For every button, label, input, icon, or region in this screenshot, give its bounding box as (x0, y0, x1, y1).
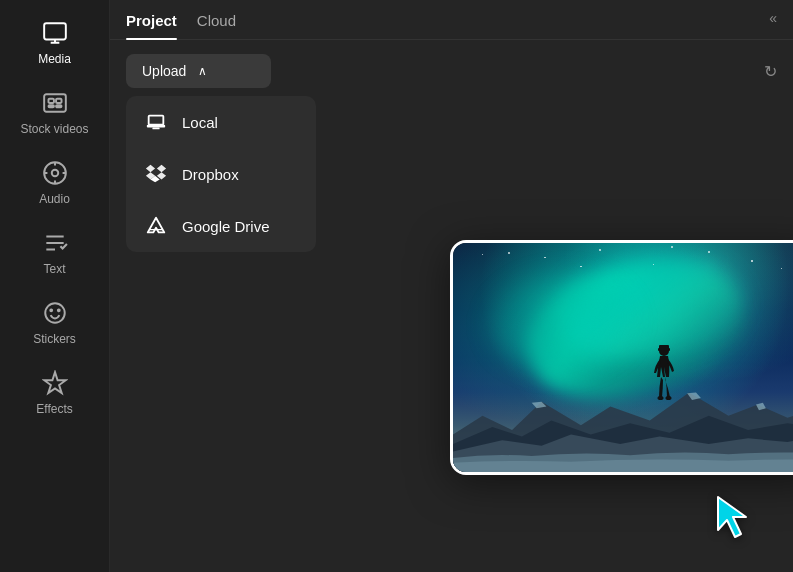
svg-rect-4 (48, 105, 53, 107)
tab-project[interactable]: Project (126, 12, 177, 39)
star (482, 254, 483, 255)
sidebar-item-audio[interactable]: Audio (0, 150, 109, 216)
upload-button[interactable]: Upload ∧ (126, 54, 271, 88)
star (653, 264, 654, 265)
cursor-arrow (713, 492, 763, 542)
sidebar-item-audio-label: Audio (39, 192, 70, 206)
audio-icon (42, 160, 68, 186)
local-label: Local (182, 114, 218, 131)
dropbox-icon (144, 162, 168, 186)
dropdown-item-google-drive[interactable]: Google Drive (126, 200, 316, 252)
dropbox-label: Dropbox (182, 166, 239, 183)
sidebar-item-media-label: Media (38, 52, 71, 66)
collapse-button[interactable]: « (769, 10, 777, 26)
star (751, 260, 753, 262)
dropdown-item-local[interactable]: Local (126, 96, 316, 148)
star (580, 266, 582, 268)
dropdown-item-dropbox[interactable]: Dropbox (126, 148, 316, 200)
star (708, 251, 710, 253)
sidebar-item-stock-videos-label: Stock videos (20, 122, 88, 136)
upload-dropdown: Local Dropbox (126, 96, 316, 252)
star (599, 249, 601, 251)
refresh-button[interactable]: ↻ (764, 62, 777, 81)
main-panel: Project Cloud « Upload ∧ ↻ (110, 0, 793, 572)
sidebar-item-stock-videos[interactable]: Stock videos (0, 80, 109, 146)
aurora-image-card (450, 240, 793, 475)
svg-point-8 (45, 303, 65, 323)
effects-icon (42, 370, 68, 396)
svg-rect-1 (44, 94, 66, 111)
google-drive-label: Google Drive (182, 218, 270, 235)
panel-body: Upload ∧ ↻ Local (110, 40, 793, 266)
svg-rect-5 (56, 105, 61, 107)
stock-videos-icon (42, 90, 68, 116)
sidebar-item-media[interactable]: Media (0, 10, 109, 76)
svg-rect-3 (56, 99, 61, 103)
tab-cloud[interactable]: Cloud (197, 12, 236, 39)
aurora-image (453, 243, 793, 472)
svg-rect-2 (48, 99, 53, 103)
star (544, 257, 546, 259)
google-drive-icon (144, 214, 168, 238)
star (781, 268, 782, 269)
svg-point-16 (665, 396, 671, 400)
media-icon (42, 20, 68, 46)
stars (453, 243, 793, 358)
person-silhouette (650, 345, 678, 403)
tabs-bar: Project Cloud « (110, 0, 793, 40)
upload-label: Upload (142, 63, 186, 79)
local-icon (144, 110, 168, 134)
sidebar: Media Stock videos Audio Text (0, 0, 110, 572)
sidebar-item-text-label: Text (43, 262, 65, 276)
mountain (453, 369, 793, 472)
sidebar-item-text[interactable]: Text (0, 220, 109, 286)
sidebar-item-stickers-label: Stickers (33, 332, 76, 346)
svg-point-15 (657, 396, 663, 400)
sidebar-item-effects[interactable]: Effects (0, 360, 109, 426)
sidebar-item-effects-label: Effects (36, 402, 72, 416)
svg-rect-10 (149, 116, 164, 125)
svg-rect-14 (659, 345, 669, 349)
text-icon (42, 230, 68, 256)
star (508, 252, 510, 254)
svg-rect-0 (44, 23, 66, 39)
upload-chevron-icon: ∧ (198, 64, 207, 78)
star (671, 246, 673, 248)
svg-point-7 (51, 170, 58, 177)
sidebar-item-stickers[interactable]: Stickers (0, 290, 109, 356)
stickers-icon (42, 300, 68, 326)
svg-rect-11 (152, 128, 159, 130)
